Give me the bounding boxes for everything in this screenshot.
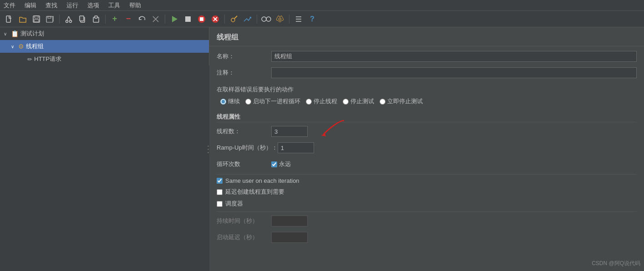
same-user-checkbox[interactable] — [217, 178, 223, 184]
name-input[interactable] — [271, 51, 637, 62]
tree-label-thread-group: 线程组 — [26, 42, 44, 50]
same-user-row: Same user on each iteration — [217, 177, 637, 184]
on-error-radio-group: 继续 启动下一进程循环 停止线程 停止测试 立即停止测试 — [217, 97, 637, 105]
radio-stop-now-label: 立即停止测试 — [387, 97, 423, 105]
divider1 — [217, 174, 637, 175]
menu-find[interactable]: 查找 — [44, 0, 59, 10]
svg-rect-16 — [185, 16, 191, 22]
panel-title: 线程组 — [209, 27, 644, 46]
sep5 — [257, 15, 257, 24]
menubar: 文件 编辑 查找 运行 选项 工具 帮助 — [0, 0, 644, 11]
duration-input[interactable] — [271, 216, 308, 226]
radio-stop-thread-input[interactable] — [306, 99, 312, 105]
menu-options[interactable]: 选项 — [86, 0, 101, 10]
svg-line-10 — [69, 16, 71, 20]
remove-button[interactable]: − — [122, 13, 135, 25]
config-button[interactable] — [274, 13, 286, 25]
same-user-label: Same user on each iteration — [225, 177, 299, 184]
radio-next-loop-label: 启动下一进程循环 — [253, 97, 300, 105]
radio-next-loop[interactable]: 启动下一进程循环 — [245, 97, 300, 105]
save-button[interactable] — [30, 13, 43, 25]
drag-dot — [208, 146, 209, 147]
tree-item-test-plan[interactable]: ∨ 📋 测试计划 — [0, 27, 209, 40]
radio-stop-test[interactable]: 停止测试 — [343, 97, 374, 105]
menu-help[interactable]: 帮助 — [127, 0, 143, 10]
delay-create-row: 延迟创建线程直到需要 — [217, 188, 637, 196]
thread-count-row: 线程数： — [217, 125, 637, 138]
menu-edit[interactable]: 编辑 — [23, 0, 38, 10]
svg-marker-15 — [172, 16, 177, 22]
sep4 — [224, 15, 225, 24]
radio-stop-thread[interactable]: 停止线程 — [306, 97, 337, 105]
radio-continue-label: 继续 — [228, 97, 240, 105]
undo-icon[interactable] — [136, 13, 148, 25]
open-button[interactable] — [16, 13, 29, 25]
new-button[interactable] — [3, 13, 15, 25]
thread-count-input[interactable] — [271, 126, 308, 137]
glasses-button[interactable] — [260, 13, 273, 25]
help-button[interactable]: ? — [306, 13, 319, 25]
on-error-title: 在取样器错误后要执行的动作 — [217, 83, 637, 95]
radio-next-loop-input[interactable] — [245, 99, 251, 105]
tool2-button[interactable] — [241, 13, 254, 25]
copy-button[interactable] — [76, 13, 89, 25]
radio-continue[interactable]: 继续 — [220, 97, 240, 105]
scheduler-checkbox[interactable] — [217, 201, 223, 207]
forever-checkbox-row[interactable]: 永远 — [271, 160, 291, 168]
stop-red-button[interactable] — [195, 13, 208, 25]
tree-label-http-request: HTTP请求 — [34, 55, 61, 63]
tree-item-http-request[interactable]: ✏ HTTP请求 — [0, 53, 209, 65]
list-button[interactable] — [292, 13, 305, 25]
right-panel: 线程组 名称： 注释： 在取样器错误后要执行的动作 继续 — [209, 27, 644, 271]
svg-rect-3 — [34, 20, 39, 22]
tool1-button[interactable] — [228, 13, 240, 25]
startup-delay-row: 启动延迟（秒） — [217, 231, 637, 244]
form-section: 名称： 注释： 在取样器错误后要执行的动作 继续 启动下一进程循环 — [209, 46, 644, 251]
radio-stop-now[interactable]: 立即停止测试 — [380, 97, 423, 105]
rampup-input[interactable] — [278, 142, 314, 153]
svg-rect-0 — [6, 16, 10, 22]
watermark: CSDN @阿Q说代码 — [592, 260, 640, 267]
radio-stop-test-label: 停止测试 — [350, 97, 374, 105]
loop-count-row: 循环次数 永远 — [217, 158, 637, 171]
paste-button[interactable] — [90, 13, 102, 25]
save-all-button[interactable] — [44, 13, 56, 25]
stop-button[interactable] — [182, 13, 194, 25]
comment-label: 注释： — [217, 69, 271, 77]
thread-group-icon: ⚙ — [18, 43, 24, 50]
radio-stop-thread-label: 停止线程 — [314, 97, 337, 105]
delay-create-label: 延迟创建线程直到需要 — [225, 188, 284, 196]
radio-continue-input[interactable] — [220, 99, 226, 105]
tree-arrow-thread-group: ∨ — [11, 44, 16, 49]
main-layout: ∨ 📋 测试计划 ∨ ⚙ 线程组 ✏ HTTP请求 — [0, 27, 644, 271]
svg-line-23 — [234, 16, 237, 19]
add-button[interactable]: + — [108, 13, 121, 25]
svg-rect-18 — [200, 17, 203, 21]
run-button[interactable] — [168, 13, 181, 25]
menu-file[interactable]: 文件 — [2, 0, 17, 10]
duration-label: 持续时间（秒） — [217, 217, 271, 225]
menu-tools[interactable]: 工具 — [106, 0, 122, 10]
radio-stop-test-input[interactable] — [343, 99, 349, 105]
tree-item-thread-group[interactable]: ∨ ⚙ 线程组 — [0, 40, 209, 53]
scheduler-label: 调度器 — [225, 200, 243, 208]
svg-point-8 — [70, 20, 72, 22]
sep1 — [59, 15, 60, 24]
http-request-icon: ✏ — [27, 56, 32, 63]
resize-handle[interactable] — [207, 27, 209, 271]
comment-row: 注释： — [217, 66, 637, 79]
thread-props-title: 线程属性 — [217, 110, 637, 122]
radio-stop-now-input[interactable] — [380, 99, 385, 105]
menu-run[interactable]: 运行 — [65, 0, 80, 10]
comment-input[interactable] — [271, 67, 637, 78]
delay-create-checkbox[interactable] — [217, 189, 223, 195]
cut-button[interactable] — [62, 13, 75, 25]
sep2 — [105, 15, 106, 24]
forever-checkbox[interactable] — [271, 161, 277, 167]
tree-label-test-plan: 测试计划 — [20, 30, 44, 38]
svg-point-30 — [279, 18, 281, 20]
duration-row: 持续时间（秒） — [217, 215, 637, 227]
svg-point-22 — [231, 18, 235, 22]
startup-delay-input[interactable] — [271, 232, 308, 243]
close-red-button[interactable] — [209, 13, 222, 25]
